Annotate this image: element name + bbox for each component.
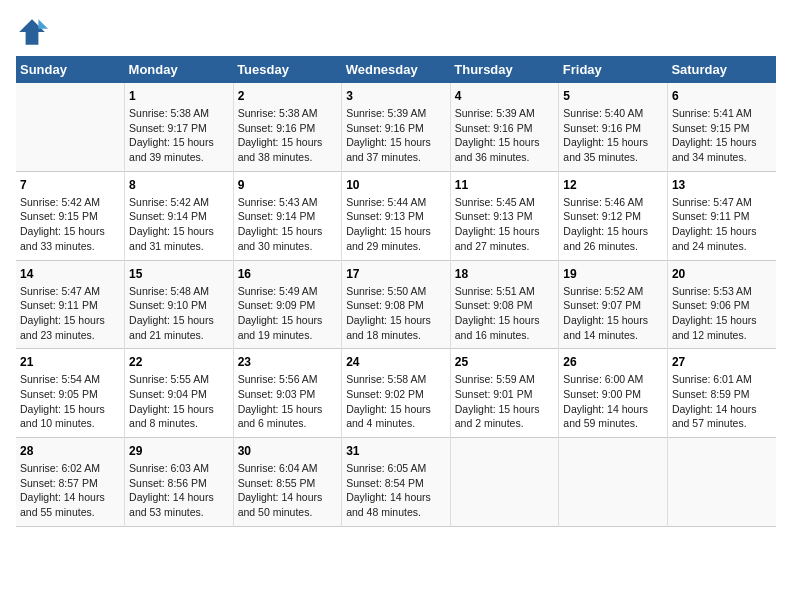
calendar-cell: 17Sunrise: 5:50 AMSunset: 9:08 PMDayligh… — [342, 260, 451, 349]
calendar-cell: 29Sunrise: 6:03 AMSunset: 8:56 PMDayligh… — [125, 438, 234, 527]
calendar-cell: 21Sunrise: 5:54 AMSunset: 9:05 PMDayligh… — [16, 349, 125, 438]
day-info: Sunrise: 5:45 AMSunset: 9:13 PMDaylight:… — [455, 195, 555, 254]
day-info: Sunrise: 5:42 AMSunset: 9:15 PMDaylight:… — [20, 195, 120, 254]
calendar-cell: 4Sunrise: 5:39 AMSunset: 9:16 PMDaylight… — [450, 83, 559, 171]
calendar-cell: 10Sunrise: 5:44 AMSunset: 9:13 PMDayligh… — [342, 171, 451, 260]
day-number: 3 — [346, 89, 446, 103]
day-info: Sunrise: 5:49 AMSunset: 9:09 PMDaylight:… — [238, 284, 338, 343]
day-info: Sunrise: 5:46 AMSunset: 9:12 PMDaylight:… — [563, 195, 663, 254]
day-number: 26 — [563, 355, 663, 369]
calendar-cell: 9Sunrise: 5:43 AMSunset: 9:14 PMDaylight… — [233, 171, 342, 260]
day-info: Sunrise: 5:50 AMSunset: 9:08 PMDaylight:… — [346, 284, 446, 343]
day-number: 4 — [455, 89, 555, 103]
day-info: Sunrise: 5:55 AMSunset: 9:04 PMDaylight:… — [129, 372, 229, 431]
day-number: 20 — [672, 267, 772, 281]
day-info: Sunrise: 5:53 AMSunset: 9:06 PMDaylight:… — [672, 284, 772, 343]
day-info: Sunrise: 6:04 AMSunset: 8:55 PMDaylight:… — [238, 461, 338, 520]
day-info: Sunrise: 6:02 AMSunset: 8:57 PMDaylight:… — [20, 461, 120, 520]
calendar-cell: 20Sunrise: 5:53 AMSunset: 9:06 PMDayligh… — [667, 260, 776, 349]
calendar-cell: 28Sunrise: 6:02 AMSunset: 8:57 PMDayligh… — [16, 438, 125, 527]
day-info: Sunrise: 5:47 AMSunset: 9:11 PMDaylight:… — [672, 195, 772, 254]
day-info: Sunrise: 5:38 AMSunset: 9:16 PMDaylight:… — [238, 106, 338, 165]
calendar-cell: 13Sunrise: 5:47 AMSunset: 9:11 PMDayligh… — [667, 171, 776, 260]
day-number: 10 — [346, 178, 446, 192]
calendar-header: SundayMondayTuesdayWednesdayThursdayFrid… — [16, 56, 776, 83]
day-header-friday: Friday — [559, 56, 668, 83]
calendar-week-5: 28Sunrise: 6:02 AMSunset: 8:57 PMDayligh… — [16, 438, 776, 527]
day-number: 6 — [672, 89, 772, 103]
calendar-cell: 2Sunrise: 5:38 AMSunset: 9:16 PMDaylight… — [233, 83, 342, 171]
calendar-cell: 31Sunrise: 6:05 AMSunset: 8:54 PMDayligh… — [342, 438, 451, 527]
day-number: 2 — [238, 89, 338, 103]
calendar-cell: 15Sunrise: 5:48 AMSunset: 9:10 PMDayligh… — [125, 260, 234, 349]
calendar-cell: 16Sunrise: 5:49 AMSunset: 9:09 PMDayligh… — [233, 260, 342, 349]
calendar-cell: 19Sunrise: 5:52 AMSunset: 9:07 PMDayligh… — [559, 260, 668, 349]
day-info: Sunrise: 5:39 AMSunset: 9:16 PMDaylight:… — [346, 106, 446, 165]
day-info: Sunrise: 6:03 AMSunset: 8:56 PMDaylight:… — [129, 461, 229, 520]
calendar-cell: 30Sunrise: 6:04 AMSunset: 8:55 PMDayligh… — [233, 438, 342, 527]
calendar-cell: 14Sunrise: 5:47 AMSunset: 9:11 PMDayligh… — [16, 260, 125, 349]
day-number: 17 — [346, 267, 446, 281]
day-number: 31 — [346, 444, 446, 458]
day-info: Sunrise: 5:47 AMSunset: 9:11 PMDaylight:… — [20, 284, 120, 343]
day-number: 24 — [346, 355, 446, 369]
calendar-week-1: 1Sunrise: 5:38 AMSunset: 9:17 PMDaylight… — [16, 83, 776, 171]
day-number: 9 — [238, 178, 338, 192]
day-info: Sunrise: 5:51 AMSunset: 9:08 PMDaylight:… — [455, 284, 555, 343]
calendar-cell: 1Sunrise: 5:38 AMSunset: 9:17 PMDaylight… — [125, 83, 234, 171]
day-number: 22 — [129, 355, 229, 369]
calendar-cell: 27Sunrise: 6:01 AMSunset: 8:59 PMDayligh… — [667, 349, 776, 438]
calendar-cell: 26Sunrise: 6:00 AMSunset: 9:00 PMDayligh… — [559, 349, 668, 438]
day-info: Sunrise: 5:44 AMSunset: 9:13 PMDaylight:… — [346, 195, 446, 254]
calendar-cell: 3Sunrise: 5:39 AMSunset: 9:16 PMDaylight… — [342, 83, 451, 171]
day-info: Sunrise: 6:01 AMSunset: 8:59 PMDaylight:… — [672, 372, 772, 431]
day-number: 7 — [20, 178, 120, 192]
calendar-table: SundayMondayTuesdayWednesdayThursdayFrid… — [16, 56, 776, 527]
day-info: Sunrise: 6:00 AMSunset: 9:00 PMDaylight:… — [563, 372, 663, 431]
calendar-cell: 25Sunrise: 5:59 AMSunset: 9:01 PMDayligh… — [450, 349, 559, 438]
day-number: 5 — [563, 89, 663, 103]
day-info: Sunrise: 5:43 AMSunset: 9:14 PMDaylight:… — [238, 195, 338, 254]
day-number: 23 — [238, 355, 338, 369]
day-header-saturday: Saturday — [667, 56, 776, 83]
calendar-cell — [16, 83, 125, 171]
calendar-week-2: 7Sunrise: 5:42 AMSunset: 9:15 PMDaylight… — [16, 171, 776, 260]
day-number: 15 — [129, 267, 229, 281]
day-header-sunday: Sunday — [16, 56, 125, 83]
day-number: 14 — [20, 267, 120, 281]
day-number: 11 — [455, 178, 555, 192]
day-info: Sunrise: 5:48 AMSunset: 9:10 PMDaylight:… — [129, 284, 229, 343]
day-number: 8 — [129, 178, 229, 192]
logo-icon — [16, 16, 48, 48]
calendar-cell: 23Sunrise: 5:56 AMSunset: 9:03 PMDayligh… — [233, 349, 342, 438]
day-number: 19 — [563, 267, 663, 281]
calendar-cell: 7Sunrise: 5:42 AMSunset: 9:15 PMDaylight… — [16, 171, 125, 260]
day-number: 12 — [563, 178, 663, 192]
day-number: 1 — [129, 89, 229, 103]
calendar-cell: 24Sunrise: 5:58 AMSunset: 9:02 PMDayligh… — [342, 349, 451, 438]
day-info: Sunrise: 5:39 AMSunset: 9:16 PMDaylight:… — [455, 106, 555, 165]
calendar-cell: 5Sunrise: 5:40 AMSunset: 9:16 PMDaylight… — [559, 83, 668, 171]
day-number: 28 — [20, 444, 120, 458]
calendar-cell: 18Sunrise: 5:51 AMSunset: 9:08 PMDayligh… — [450, 260, 559, 349]
day-info: Sunrise: 6:05 AMSunset: 8:54 PMDaylight:… — [346, 461, 446, 520]
day-info: Sunrise: 5:42 AMSunset: 9:14 PMDaylight:… — [129, 195, 229, 254]
day-info: Sunrise: 5:59 AMSunset: 9:01 PMDaylight:… — [455, 372, 555, 431]
day-header-monday: Monday — [125, 56, 234, 83]
day-number: 29 — [129, 444, 229, 458]
day-info: Sunrise: 5:38 AMSunset: 9:17 PMDaylight:… — [129, 106, 229, 165]
calendar-cell: 6Sunrise: 5:41 AMSunset: 9:15 PMDaylight… — [667, 83, 776, 171]
day-number: 13 — [672, 178, 772, 192]
day-header-tuesday: Tuesday — [233, 56, 342, 83]
calendar-cell — [559, 438, 668, 527]
logo — [16, 16, 52, 48]
header — [16, 16, 776, 48]
calendar-week-3: 14Sunrise: 5:47 AMSunset: 9:11 PMDayligh… — [16, 260, 776, 349]
day-info: Sunrise: 5:54 AMSunset: 9:05 PMDaylight:… — [20, 372, 120, 431]
day-number: 18 — [455, 267, 555, 281]
day-info: Sunrise: 5:52 AMSunset: 9:07 PMDaylight:… — [563, 284, 663, 343]
day-info: Sunrise: 5:41 AMSunset: 9:15 PMDaylight:… — [672, 106, 772, 165]
calendar-cell: 8Sunrise: 5:42 AMSunset: 9:14 PMDaylight… — [125, 171, 234, 260]
day-header-wednesday: Wednesday — [342, 56, 451, 83]
day-number: 25 — [455, 355, 555, 369]
